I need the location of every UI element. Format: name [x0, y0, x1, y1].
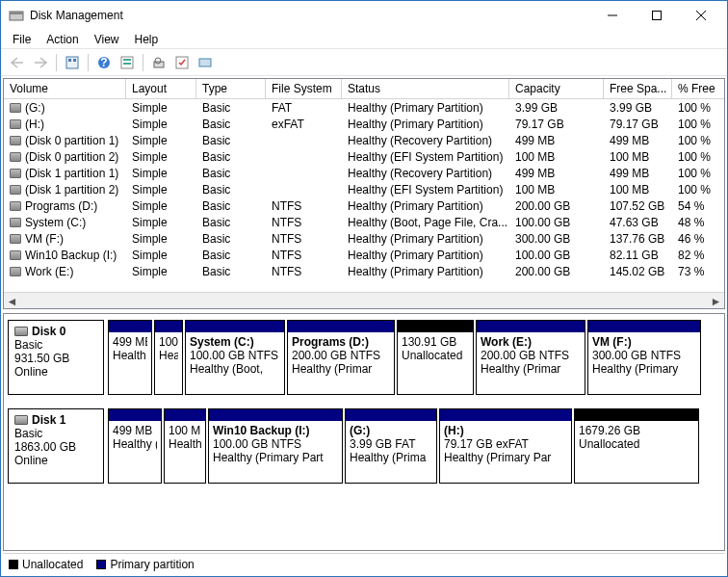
partition[interactable]: System (C:)100.00 GB NTFSHealthy (Boot,: [185, 320, 285, 395]
disk-row: Disk 1Basic1863.00 GBOnline499 MBHealthy…: [8, 408, 720, 484]
volume-list: Volume Layout Type File System Status Ca…: [3, 78, 725, 309]
disk-icon: [14, 415, 28, 425]
volume-icon: [10, 267, 21, 276]
partition[interactable]: VM (F:)300.00 GB NTFSHealthy (Primary: [587, 320, 701, 395]
table-row[interactable]: Work (E:)SimpleBasicNTFSHealthy (Primary…: [4, 263, 724, 279]
partition[interactable]: 499 MBHealth: [108, 320, 152, 395]
volume-list-header: Volume Layout Type File System Status Ca…: [4, 79, 724, 99]
svg-rect-1: [10, 12, 23, 14]
close-button[interactable]: [679, 2, 723, 29]
titlebar: Disk Management: [1, 1, 727, 30]
tool-icon-5[interactable]: [195, 52, 216, 73]
disk-icon: [14, 327, 28, 336]
tool-icon-2[interactable]: [117, 52, 138, 73]
tool-icon-3[interactable]: [148, 52, 169, 73]
col-status[interactable]: Status: [342, 79, 509, 98]
window-title: Disk Management: [30, 9, 123, 22]
toolbar: ?: [1, 49, 727, 76]
partition[interactable]: 130.91 GBUnallocated: [397, 320, 474, 395]
window: Disk Management File Action View Help ? …: [0, 0, 728, 577]
col-pctfree[interactable]: % Free: [672, 79, 724, 98]
partition[interactable]: 100Hea: [154, 320, 183, 395]
svg-rect-8: [73, 59, 76, 62]
volume-icon: [10, 234, 21, 244]
table-row[interactable]: Win10 Backup (I:)SimpleBasicNTFSHealthy …: [4, 247, 724, 263]
svg-rect-7: [68, 59, 71, 62]
table-row[interactable]: (H:)SimpleBasicexFATHealthy (Primary Par…: [4, 116, 724, 132]
partition[interactable]: Work (E:)200.00 GB NTFSHealthy (Primar: [476, 320, 585, 395]
disk-row: Disk 0Basic931.50 GBOnline499 MBHealth10…: [8, 320, 720, 395]
svg-rect-17: [199, 59, 211, 66]
table-row[interactable]: Programs (D:)SimpleBasicNTFSHealthy (Pri…: [4, 197, 724, 214]
forward-button[interactable]: [30, 52, 51, 73]
legend-primary: Primary partition: [96, 558, 194, 571]
table-row[interactable]: (Disk 1 partition 1)SimpleBasicHealthy (…: [4, 165, 724, 181]
maximize-button[interactable]: [635, 2, 679, 29]
svg-rect-12: [123, 59, 131, 61]
table-row[interactable]: System (C:)SimpleBasicNTFSHealthy (Boot,…: [4, 214, 724, 230]
col-volume[interactable]: Volume: [4, 79, 126, 98]
table-row[interactable]: (G:)SimpleBasicFATHealthy (Primary Parti…: [4, 99, 724, 116]
svg-rect-3: [653, 12, 662, 20]
window-controls: [590, 2, 723, 29]
table-row[interactable]: (Disk 1 partition 2)SimpleBasicHealthy (…: [4, 181, 724, 197]
table-row[interactable]: (Disk 0 partition 2)SimpleBasicHealthy (…: [4, 148, 724, 165]
disk-info[interactable]: Disk 0Basic931.50 GBOnline: [8, 320, 104, 395]
partition[interactable]: (H:)79.17 GB exFATHealthy (Primary Par: [439, 408, 572, 484]
partition[interactable]: Win10 Backup (I:)100.00 GB NTFSHealthy (…: [208, 408, 343, 484]
help-icon[interactable]: ?: [93, 52, 115, 73]
menu-help[interactable]: Help: [127, 31, 167, 48]
col-capacity[interactable]: Capacity: [509, 79, 604, 98]
volume-icon: [10, 250, 21, 260]
volume-icon: [10, 185, 21, 195]
tool-icon-4[interactable]: [171, 52, 193, 73]
table-row[interactable]: VM (F:)SimpleBasicNTFSHealthy (Primary P…: [4, 230, 724, 247]
partition[interactable]: 100 MBHealth: [164, 408, 206, 484]
svg-rect-6: [66, 57, 78, 68]
volume-icon: [10, 218, 21, 227]
scroll-right-icon[interactable]: ►: [708, 293, 724, 309]
svg-text:?: ?: [100, 56, 107, 69]
legend: Unallocated Primary partition: [3, 553, 725, 574]
table-row[interactable]: (Disk 0 partition 1)SimpleBasicHealthy (…: [4, 132, 724, 148]
menu-action[interactable]: Action: [39, 31, 86, 48]
disk-graphical-view: Disk 0Basic931.50 GBOnline499 MBHealth10…: [3, 313, 725, 551]
col-layout[interactable]: Layout: [126, 79, 196, 98]
scroll-left-icon[interactable]: ◄: [4, 293, 20, 309]
app-icon: [9, 8, 24, 23]
volume-icon: [10, 152, 21, 162]
volume-icon: [10, 169, 21, 178]
partition[interactable]: 499 MBHealthy (F: [108, 408, 162, 484]
partition[interactable]: (G:)3.99 GB FATHealthy (Prima: [345, 408, 437, 484]
volume-icon: [10, 119, 21, 129]
h-scrollbar[interactable]: ◄ ►: [4, 292, 724, 308]
minimize-button[interactable]: [590, 2, 635, 29]
svg-rect-13: [123, 63, 131, 65]
menubar: File Action View Help: [1, 30, 727, 49]
volume-icon: [10, 201, 21, 211]
legend-unallocated: Unallocated: [9, 558, 83, 571]
volume-icon: [10, 136, 21, 145]
volume-list-body[interactable]: (G:)SimpleBasicFATHealthy (Primary Parti…: [4, 99, 724, 292]
volume-icon: [10, 103, 21, 113]
partition[interactable]: 1679.26 GBUnallocated: [574, 408, 699, 484]
back-button[interactable]: [7, 52, 28, 73]
col-freespace[interactable]: Free Spa...: [604, 79, 672, 98]
settings-icon[interactable]: [62, 52, 83, 73]
partition[interactable]: Programs (D:)200.00 GB NTFSHealthy (Prim…: [287, 320, 395, 395]
col-filesystem[interactable]: File System: [266, 79, 342, 98]
menu-view[interactable]: View: [87, 31, 127, 48]
col-type[interactable]: Type: [196, 79, 266, 98]
disk-info[interactable]: Disk 1Basic1863.00 GBOnline: [8, 408, 104, 484]
menu-file[interactable]: File: [5, 31, 39, 48]
